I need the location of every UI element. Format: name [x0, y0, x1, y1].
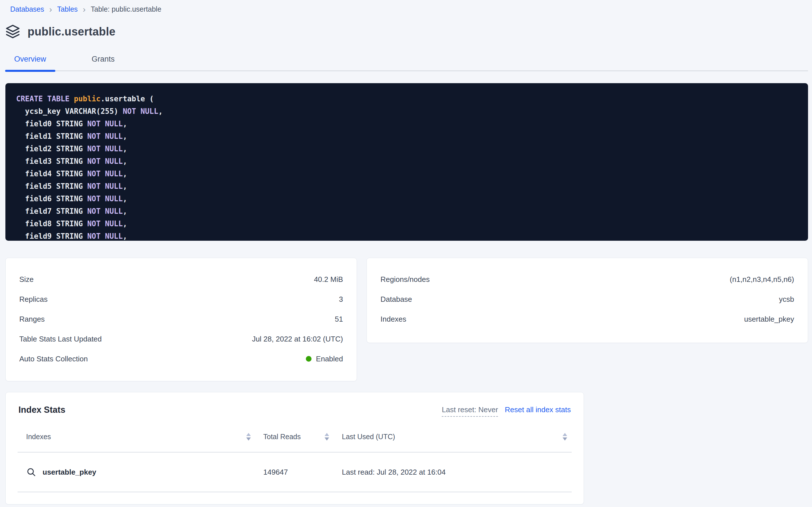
breadcrumb-link-tables[interactable]: Tables [57, 5, 78, 13]
sql-line: field3 STRING NOT NULL, [16, 155, 808, 167]
sql-line: field0 STRING NOT NULL, [16, 117, 808, 130]
detail-value: Jul 28, 2022 at 16:02 (UTC) [252, 335, 343, 343]
sort-icon[interactable] [246, 433, 251, 441]
sql-keyword: NOT NULL [87, 169, 123, 178]
column-header-last-used: Last Used (UTC) [335, 433, 572, 441]
sql-line: CREATE TABLE public.usertable ( [16, 93, 808, 105]
sql-line: field4 STRING NOT NULL, [16, 167, 808, 180]
sql-keyword: NOT NULL [87, 194, 123, 203]
sql-text: , [158, 107, 163, 116]
detail-row-ranges: Ranges 51 [19, 309, 343, 329]
sql-text: , [123, 169, 127, 178]
detail-row-database: Database ycsb [380, 289, 794, 309]
reset-index-stats-link[interactable]: Reset all index stats [505, 405, 571, 414]
breadcrumb-separator-icon: › [83, 6, 86, 13]
sql-line: field2 STRING NOT NULL, [16, 143, 808, 155]
sql-text: field8 STRING [16, 219, 87, 228]
tab-grants[interactable]: Grants [82, 53, 124, 72]
detail-label: Indexes [380, 315, 406, 324]
sql-keyword: NOT NULL [87, 145, 123, 153]
sql-keyword: NOT NULL [87, 182, 123, 190]
sql-text: , [123, 232, 127, 240]
tab-bar: Overview Grants [0, 53, 812, 72]
sql-keyword: NOT NULL [87, 132, 123, 140]
detail-value: Enabled [306, 354, 343, 363]
sql-keyword: NOT NULL [87, 207, 123, 216]
detail-label: Size [19, 275, 34, 284]
detail-row-auto-stats: Auto Stats Collection Enabled [19, 349, 343, 369]
sql-text: , [123, 157, 127, 166]
sql-line: field6 STRING NOT NULL, [16, 192, 808, 205]
detail-row-size: Size 40.2 MiB [19, 269, 343, 289]
detail-row-stats-updated: Table Stats Last Updated Jul 28, 2022 at… [19, 329, 343, 349]
detail-value: (n1,n2,n3,n4,n5,n6) [730, 275, 794, 284]
sql-keyword: NOT NULL [123, 107, 158, 116]
detail-label: Table Stats Last Updated [19, 335, 102, 343]
table-details-page: Databases › Tables › Table: public.usert… [0, 0, 812, 507]
detail-value: 40.2 MiB [314, 275, 343, 284]
layers-icon [5, 24, 20, 39]
total-reads-cell: 149647 [258, 468, 335, 476]
last-used-cell: Last read: Jul 28, 2022 at 16:04 [335, 468, 572, 476]
create-table-statement: CREATE TABLE public.usertable ( ycsb_key… [5, 83, 808, 241]
sql-text: field9 STRING [16, 232, 87, 240]
table-stats-card: Size 40.2 MiB Replicas 3 Ranges 51 Table… [5, 258, 357, 381]
index-name-link[interactable]: usertable_pkey [43, 468, 96, 476]
sql-text: .usertable ( [101, 95, 154, 103]
sql-line: field7 STRING NOT NULL, [16, 205, 808, 217]
sql-text: field6 STRING [16, 194, 87, 203]
detail-row-replicas: Replicas 3 [19, 289, 343, 309]
status-badge: Enabled [316, 354, 343, 363]
detail-row-regions: Regions/nodes (n1,n2,n3,n4,n5,n6) [380, 269, 794, 289]
sql-text: , [123, 182, 127, 190]
detail-label: Regions/nodes [380, 275, 430, 284]
detail-value: 51 [335, 315, 343, 324]
breadcrumb-link-databases[interactable]: Databases [10, 5, 44, 13]
sql-keyword: NOT NULL [87, 232, 123, 240]
sql-text: , [123, 145, 127, 153]
sort-icon[interactable] [325, 433, 329, 441]
sql-text: ycsb_key VARCHAR(255) [16, 107, 123, 116]
index-stats-card: Index Stats Last reset: Never Reset all … [5, 392, 584, 504]
sort-icon[interactable] [563, 433, 567, 441]
page-title: public.usertable [27, 25, 116, 38]
tab-grants-label: Grants [91, 55, 115, 64]
sql-keyword: CREATE TABLE [16, 95, 74, 103]
page-header: public.usertable [5, 23, 812, 40]
table-row: usertable_pkey 149647 Last read: Jul 28,… [17, 452, 572, 492]
tab-overview[interactable]: Overview [5, 53, 55, 72]
sql-text: , [123, 119, 127, 128]
detail-value: ycsb [779, 295, 794, 304]
detail-value: usertable_pkey [744, 315, 794, 324]
sql-text: field7 STRING [16, 207, 87, 216]
sql-text: field0 STRING [16, 119, 87, 128]
column-header-label: Total Reads [263, 433, 301, 441]
detail-cards-row: Size 40.2 MiB Replicas 3 Ranges 51 Table… [5, 258, 808, 381]
sql-line: field5 STRING NOT NULL, [16, 180, 808, 192]
sql-keyword: NOT NULL [87, 157, 123, 166]
column-header-label: Indexes [26, 433, 51, 441]
index-stats-table: Indexes Total Reads Last Used (UTC) [17, 421, 572, 492]
sql-line: field9 STRING NOT NULL, [16, 230, 808, 241]
index-stats-title: Index Stats [18, 405, 65, 415]
active-tab-underline [5, 70, 55, 72]
sql-line: field1 STRING NOT NULL, [16, 130, 808, 143]
column-header-total-reads: Total Reads [258, 433, 335, 441]
column-header-label: Last Used (UTC) [342, 433, 395, 441]
detail-label: Auto Stats Collection [19, 354, 88, 363]
column-header-indexes: Indexes [17, 433, 258, 441]
tabbar-divider [5, 70, 808, 71]
breadcrumb: Databases › Tables › Table: public.usert… [0, 0, 812, 13]
detail-value: 3 [339, 295, 343, 304]
sql-keyword: NOT NULL [87, 219, 123, 228]
sql-text: , [123, 207, 127, 216]
detail-label: Ranges [19, 315, 45, 324]
table-meta-card: Regions/nodes (n1,n2,n3,n4,n5,n6) Databa… [367, 258, 808, 343]
sql-text: field2 STRING [16, 145, 87, 153]
magnifier-icon [26, 467, 36, 477]
breadcrumb-separator-icon: › [49, 6, 52, 13]
last-reset-label[interactable]: Last reset: Never [442, 405, 498, 417]
index-stats-header: Index Stats Last reset: Never Reset all … [6, 392, 583, 417]
index-stats-controls: Last reset: Never Reset all index stats [442, 405, 571, 417]
breadcrumb-current: Table: public.usertable [91, 5, 162, 13]
